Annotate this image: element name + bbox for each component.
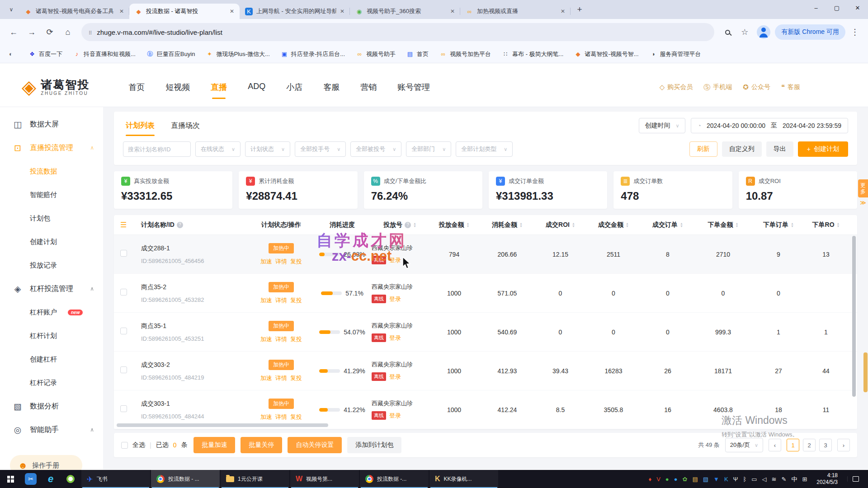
- tray-icon[interactable]: K: [724, 476, 728, 482]
- tab-close-icon[interactable]: ✕: [561, 8, 565, 14]
- window-close-button[interactable]: ✕: [847, 0, 868, 15]
- tray-icon[interactable]: ✎: [781, 476, 786, 482]
- sort-icon[interactable]: ▲▼: [626, 222, 629, 228]
- sort-icon[interactable]: ▲▼: [791, 222, 794, 228]
- app-logo[interactable]: ◈ 诸葛智投 ZHUGE ZHITOU: [22, 78, 90, 97]
- search-icon[interactable]: [720, 24, 735, 40]
- login-link[interactable]: 登录: [389, 256, 401, 264]
- tray-icon[interactable]: Ψ: [733, 476, 738, 482]
- reinvest-link[interactable]: 复投: [290, 335, 302, 343]
- bookmark-item[interactable]: ◐: [7, 51, 18, 57]
- sort-icon[interactable]: ▲▼: [572, 222, 575, 228]
- accelerate-link[interactable]: 加速: [260, 335, 272, 343]
- sidebar-item[interactable]: ▧ 数据分析: [0, 394, 103, 418]
- column-header[interactable]: 投放金额 ▲▼: [428, 221, 480, 229]
- column-config-icon[interactable]: ☰: [120, 221, 141, 229]
- accelerate-link[interactable]: 加速: [260, 296, 272, 305]
- taskbar-clock[interactable]: 4:18 2024/5/3: [812, 472, 842, 486]
- new-tab-button[interactable]: +: [573, 3, 586, 16]
- sidebar-item[interactable]: ◎ 智能助手 ∧: [0, 418, 103, 441]
- filter-select[interactable]: 全部被投号 ∨: [350, 141, 401, 157]
- page-number-button[interactable]: 2: [803, 439, 816, 451]
- reload-icon[interactable]: ⟳: [42, 24, 58, 40]
- browser-tab[interactable]: ◆ 诸葛智投-视频号电商必备工具 ✕: [19, 4, 129, 19]
- sidebar-item[interactable]: 投流数据: [0, 160, 103, 183]
- tray-icon[interactable]: V: [656, 476, 660, 482]
- bookmark-item[interactable]: ▣ 抖店登录-抖店后台...: [281, 50, 345, 58]
- column-header[interactable]: 计划状态/操作: [250, 221, 313, 229]
- profile-avatar[interactable]: [757, 25, 770, 39]
- browser-tab[interactable]: ◆ 投流数据 - 诸葛智投 ✕: [129, 4, 240, 19]
- login-link[interactable]: 登录: [389, 373, 401, 381]
- sort-icon[interactable]: ▲▼: [837, 222, 840, 228]
- nav-item[interactable]: 小店: [286, 82, 302, 93]
- tray-icon[interactable]: ⊞: [802, 476, 807, 482]
- bookmark-item[interactable]: ∞ 视频号加热平台: [439, 50, 491, 58]
- bookmark-item[interactable]: ∞ 视频号助手: [356, 50, 396, 58]
- column-header[interactable]: 计划名称/ID ?: [141, 221, 250, 229]
- tray-icon[interactable]: ᛒ: [743, 476, 746, 482]
- sort-icon[interactable]: ▲▼: [413, 222, 416, 228]
- sort-icon[interactable]: ▲▼: [736, 222, 739, 228]
- time-type-select[interactable]: 创建时间 ∨: [639, 118, 685, 133]
- reinvest-link[interactable]: 复投: [290, 374, 302, 382]
- bookmark-item[interactable]: ❖ 百度一下: [28, 50, 62, 58]
- nav-item[interactable]: 首页: [128, 82, 145, 93]
- page-number-button[interactable]: 3: [819, 439, 832, 451]
- taskbar-app[interactable]: W 视频号第...: [290, 470, 359, 488]
- sidebar-item[interactable]: 杠杆记录: [0, 371, 103, 394]
- bookmark-item[interactable]: ◑ 服务商管理平台: [650, 50, 701, 58]
- select-all-checkbox[interactable]: [121, 442, 128, 449]
- bookmark-item[interactable]: ♪ 抖音直播和短视频...: [73, 50, 136, 58]
- 360-browser-icon[interactable]: [61, 470, 80, 488]
- column-header[interactable]: 下单金额 ▲▼: [695, 221, 751, 229]
- filter-select[interactable]: 全部部门 ∨: [406, 141, 451, 157]
- plan-tab[interactable]: 直播场次: [171, 121, 200, 131]
- nav-item[interactable]: ADQ: [248, 82, 265, 93]
- tray-icon[interactable]: ◁: [762, 476, 767, 482]
- sidebar-item[interactable]: 创建计划: [0, 230, 103, 253]
- column-header[interactable]: 下单订单 ▲▼: [751, 221, 806, 229]
- sort-icon[interactable]: ▲▼: [467, 222, 470, 228]
- sidebar-item[interactable]: 计划包: [0, 206, 103, 230]
- accelerate-link[interactable]: 加速: [260, 258, 272, 266]
- tray-icon[interactable]: ●: [674, 476, 678, 482]
- sidebar-item[interactable]: ◫ 数据大屏: [0, 113, 103, 136]
- header-link[interactable]: ◇ 购买会员: [660, 83, 693, 91]
- more-stats-button[interactable]: 更多 ≫: [858, 179, 868, 206]
- accelerate-link[interactable]: 加速: [260, 413, 272, 421]
- header-link[interactable]: Ⓢ 手机端: [703, 83, 732, 92]
- edge-icon[interactable]: e: [41, 470, 61, 488]
- horizontal-scrollbar[interactable]: [117, 423, 328, 427]
- reinvest-link[interactable]: 复投: [290, 258, 302, 266]
- select-all-label[interactable]: 全选: [132, 441, 145, 449]
- taskbar-app[interactable]: ✈ 飞书: [81, 470, 150, 488]
- sidebar-item[interactable]: ◈ 杠杆投流管理 ∧: [0, 277, 103, 300]
- refresh-button[interactable]: 刷新: [689, 141, 717, 157]
- taskbar-app[interactable]: 投流数据 - ...: [151, 470, 220, 488]
- add-to-package-button[interactable]: 添加到计划包: [347, 437, 401, 453]
- bookmark-item[interactable]: ∷ 幕布 - 极简大纲笔...: [502, 50, 563, 58]
- column-header[interactable]: 成交金额 ▲▼: [586, 221, 641, 229]
- column-header[interactable]: 投放号 ? ▲▼: [372, 221, 428, 229]
- tray-icon[interactable]: ▭: [751, 476, 757, 482]
- header-link[interactable]: ✪ 公众号: [743, 83, 770, 91]
- details-link[interactable]: 详情: [275, 374, 287, 382]
- site-settings-icon[interactable]: ⁝⁝: [89, 29, 91, 36]
- forward-icon[interactable]: →: [24, 24, 40, 40]
- bulk-action-button[interactable]: 批量加速: [193, 437, 235, 453]
- column-header[interactable]: 下单RO ▲▼: [806, 221, 846, 229]
- create-plan-button[interactable]: + 创建计划: [798, 141, 848, 157]
- filter-select[interactable]: 全部计划类型 ∨: [456, 141, 513, 157]
- tab-close-icon[interactable]: ✕: [230, 8, 234, 14]
- snipping-tool-icon[interactable]: ✂: [21, 470, 41, 488]
- tab-close-icon[interactable]: ✕: [340, 8, 344, 14]
- sidebar-item[interactable]: 杠杆账户 new: [0, 300, 103, 324]
- nav-item[interactable]: 短视频: [165, 82, 190, 93]
- sidebar-item[interactable]: ⊡ 直播投流管理 ∧: [0, 136, 103, 160]
- tray-icon[interactable]: ≋: [772, 476, 777, 482]
- reinvest-link[interactable]: 复投: [290, 296, 302, 305]
- bookmark-item[interactable]: ✦ 微现场Plus-微信大...: [206, 50, 269, 58]
- row-checkbox[interactable]: [120, 405, 127, 412]
- table-vertical-scrollbar[interactable]: [852, 236, 856, 397]
